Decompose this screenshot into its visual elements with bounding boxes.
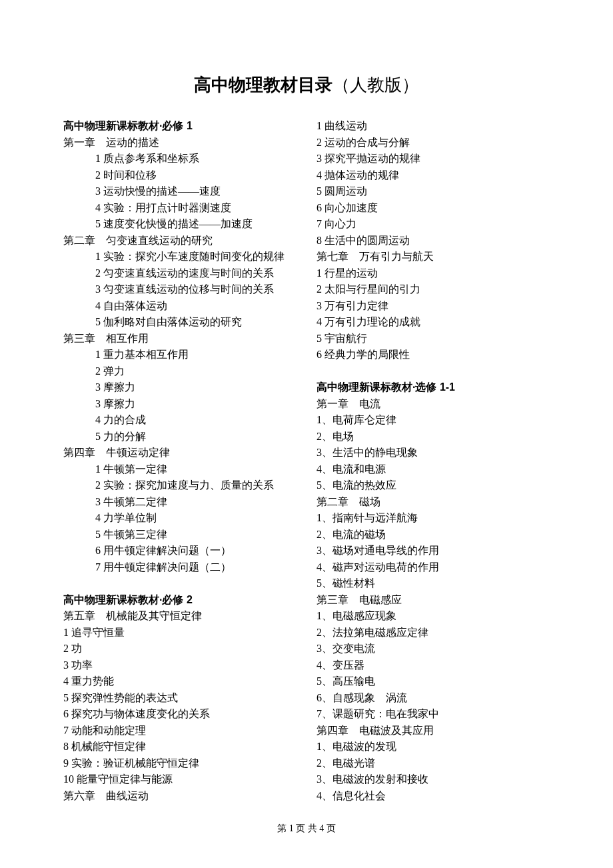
section-item: 6 探究功与物体速度变化的关系 — [63, 706, 297, 723]
section-item: 2、法拉第电磁感应定律 — [316, 625, 550, 641]
section-item: 3 万有引力定律 — [316, 298, 550, 315]
section-item: 2 功 — [63, 641, 297, 657]
section-item: 3 摩擦力 — [63, 396, 297, 413]
section-item: 2 实验：探究加速度与力、质量的关系 — [63, 477, 297, 494]
chapter-header: 第六章 曲线运动 — [63, 788, 297, 805]
main-title: 高中物理教材目录 — [194, 75, 332, 95]
section-item: 7 用牛顿定律解决问题（二） — [63, 559, 297, 576]
section-item: 5 牛顿第三定律 — [63, 527, 297, 543]
section-item: 2、电场 — [316, 429, 550, 445]
section-item: 4 自由落体运动 — [63, 298, 297, 315]
subtitle: （人教版） — [332, 75, 419, 95]
section-item: 4、磁声对运动电荷的作用 — [316, 559, 550, 576]
chapter-header: 第二章 磁场 — [316, 494, 550, 511]
section-item: 1 牛顿第一定律 — [63, 461, 297, 478]
book-header: 高中物理新课标教材·必修 1 — [63, 118, 297, 135]
section-item: 4 力学单位制 — [63, 510, 297, 527]
section-item: 4、变压器 — [316, 657, 550, 674]
left-column: 高中物理新课标教材·必修 1 第一章 运动的描述 1 质点参考系和坐标系 2 时… — [63, 118, 297, 804]
chapter-header: 第四章 牛顿运动定律 — [63, 445, 297, 461]
section-item: 1 质点参考系和坐标系 — [63, 151, 297, 167]
section-item: 2、电流的磁场 — [316, 527, 550, 543]
section-item: 1、电荷库仑定律 — [316, 412, 550, 429]
section-item: 1 实验：探究小车速度随时间变化的规律 — [63, 249, 297, 265]
section-item: 7 动能和动能定理 — [63, 723, 297, 739]
section-item: 2 运动的合成与分解 — [316, 135, 550, 151]
section-item: 5 力的分解 — [63, 429, 297, 445]
section-item: 1、指南针与远洋航海 — [316, 510, 550, 527]
section-item: 4 力的合成 — [63, 412, 297, 429]
section-item: 5、高压输电 — [316, 673, 550, 690]
section-item: 3、电磁波的发射和接收 — [316, 771, 550, 788]
section-item: 8 机械能守恒定律 — [63, 739, 297, 755]
section-item: 3 匀变速直线运动的位移与时间的关系 — [63, 281, 297, 298]
section-item: 5 伽利略对自由落体运动的研究 — [63, 314, 297, 331]
chapter-header: 第三章 相互作用 — [63, 331, 297, 347]
book-header: 高中物理新课标教材·必修 2 — [63, 592, 297, 609]
section-item: 8 生活中的圆周运动 — [316, 233, 550, 249]
section-item: 5 宇宙航行 — [316, 331, 550, 347]
section-item: 1 追寻守恒量 — [63, 625, 297, 641]
spacer — [316, 363, 550, 380]
section-item: 3、生活中的静电现象 — [316, 445, 550, 461]
section-item: 3 摩擦力 — [63, 379, 297, 396]
section-item: 1、电磁波的发现 — [316, 739, 550, 755]
chapter-header: 第一章 电流 — [316, 396, 550, 413]
chapter-header: 第五章 机械能及其守恒定律 — [63, 608, 297, 625]
section-item: 7 向心力 — [316, 216, 550, 233]
section-item: 1 行星的运动 — [316, 265, 550, 282]
section-item: 9 实验：验证机械能守恒定律 — [63, 755, 297, 772]
section-item: 5 速度变化快慢的描述——加速度 — [63, 216, 297, 233]
section-item: 5、电流的热效应 — [316, 477, 550, 494]
section-item: 2、电磁光谱 — [316, 755, 550, 772]
page-footer: 第 1 页 共 4 页 — [0, 823, 613, 835]
chapter-header: 第三章 电磁感应 — [316, 592, 550, 609]
section-item: 3、磁场对通电导线的作用 — [316, 543, 550, 559]
section-item: 2 时间和位移 — [63, 167, 297, 184]
chapter-header: 第二章 匀变速直线运动的研究 — [63, 233, 297, 249]
section-item: 1 重力基本相互作用 — [63, 347, 297, 363]
section-item: 3 功率 — [63, 657, 297, 674]
section-item: 2 匀变速直线运动的速度与时间的关系 — [63, 265, 297, 282]
section-item: 1 曲线运动 — [316, 118, 550, 135]
section-item: 5、磁性材料 — [316, 575, 550, 592]
section-item: 4 实验：用打点计时器测速度 — [63, 200, 297, 217]
section-item: 3 探究平抛运动的规律 — [316, 151, 550, 167]
section-item: 4、信息化社会 — [316, 788, 550, 805]
section-item: 5 探究弹性势能的表达式 — [63, 690, 297, 707]
spacer — [63, 575, 297, 592]
section-item: 3、交变电流 — [316, 641, 550, 657]
section-item: 1、电磁感应现象 — [316, 608, 550, 625]
section-item: 6、自感现象 涡流 — [316, 690, 550, 707]
section-item: 6 用牛顿定律解决问题（一） — [63, 543, 297, 559]
section-item: 3 运动快慢的描述——速度 — [63, 183, 297, 200]
section-item: 6 向心加速度 — [316, 200, 550, 217]
book-header: 高中物理新课标教材·选修 1-1 — [316, 379, 550, 396]
chapter-header: 第一章 运动的描述 — [63, 135, 297, 151]
document-title: 高中物理教材目录（人教版） — [63, 73, 550, 97]
chapter-header: 第七章 万有引力与航天 — [316, 249, 550, 265]
section-item: 4 万有引力理论的成就 — [316, 314, 550, 331]
section-item: 2 弹力 — [63, 363, 297, 380]
section-item: 4、电流和电源 — [316, 461, 550, 478]
section-item: 6 经典力学的局限性 — [316, 347, 550, 363]
section-item: 4 重力势能 — [63, 673, 297, 690]
section-item: 2 太阳与行星间的引力 — [316, 281, 550, 298]
section-item: 3 牛顿第二定律 — [63, 494, 297, 511]
section-item: 4 抛体运动的规律 — [316, 167, 550, 184]
section-item: 7、课题研究：电在我家中 — [316, 706, 550, 723]
right-column: 1 曲线运动 2 运动的合成与分解 3 探究平抛运动的规律 4 抛体运动的规律 … — [316, 118, 550, 804]
section-item: 10 能量守恒定律与能源 — [63, 771, 297, 788]
content-columns: 高中物理新课标教材·必修 1 第一章 运动的描述 1 质点参考系和坐标系 2 时… — [63, 118, 550, 804]
section-item: 5 圆周运动 — [316, 183, 550, 200]
chapter-header: 第四章 电磁波及其应用 — [316, 723, 550, 739]
